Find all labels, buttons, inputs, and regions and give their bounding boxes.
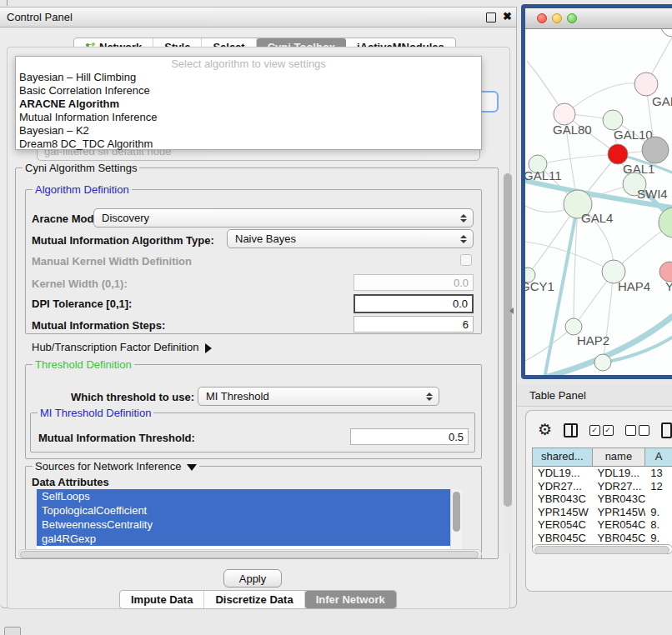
network-edge[interactable]: [603, 272, 614, 362]
table-cell: 8.: [645, 518, 672, 532]
settings-scrollbar[interactable]: [503, 172, 513, 553]
table-cell: YER054C: [533, 518, 593, 532]
network-node[interactable]: [594, 354, 611, 371]
attributes-scrollbar-thumb[interactable]: [453, 492, 460, 532]
algorithm-dropdown-popup: Select algorithm to view settings Bayesi…: [15, 56, 482, 150]
attribute-item[interactable]: BetweennessCentrality: [37, 518, 462, 532]
mi-threshold-field[interactable]: 0.5: [350, 428, 469, 445]
node-label: GAL80: [553, 122, 592, 137]
network-view-window: GALGAL80GAL10GAL1GAL11SWI4GAL4GCY1HAP4YH…: [521, 4, 672, 379]
which-threshold-combo[interactable]: MI Threshold: [198, 387, 439, 406]
table-hscrollbar[interactable]: [532, 544, 672, 554]
table-column-header[interactable]: name: [593, 448, 646, 466]
hub-section-toggle[interactable]: Hub/Transcription Factor Definition: [32, 341, 212, 353]
mi-steps-label: Mutual Information Steps:: [32, 319, 165, 332]
attributes-scrollbar[interactable]: [450, 489, 462, 553]
mi-type-combo[interactable]: Naive Bayes: [227, 229, 474, 248]
unchecked-pair-icon[interactable]: [625, 425, 649, 436]
sources-group-label: Sources for Network Inference: [35, 460, 182, 472]
attribute-item[interactable]: TopologicalCoefficient: [37, 503, 462, 518]
manual-kernel-checkbox[interactable]: [460, 254, 472, 266]
float-window-icon[interactable]: [486, 12, 496, 22]
split-columns-icon[interactable]: [564, 423, 578, 438]
table-cell: YBR043C: [593, 492, 646, 506]
tab-discretize-data[interactable]: Discretize Data: [204, 591, 304, 608]
algorithm-option[interactable]: Basic Correlation Inference: [16, 84, 481, 98]
apply-button[interactable]: Apply: [223, 569, 282, 588]
algorithm-option[interactable]: Bayesian – K2: [16, 124, 481, 138]
table-row[interactable]: YDL19...YDL19...13: [533, 467, 672, 480]
aracne-mode-combo[interactable]: Discovery: [93, 208, 474, 228]
manual-kernel-label: Manual Kernel Width Definition: [32, 255, 192, 268]
node-label: GAL11: [525, 168, 562, 182]
checked-pair-icon[interactable]: ✓✓: [589, 425, 614, 436]
node-label: HAP2: [577, 333, 609, 348]
kernel-width-label: Kernel Width (0,1):: [32, 278, 128, 290]
tab-impute-data[interactable]: Impute Data: [120, 591, 204, 608]
algorithm-option[interactable]: Mutual Information Inference: [16, 111, 481, 124]
table-row[interactable]: YBR045CYBR045C9.: [533, 532, 672, 545]
algorithm-option[interactable]: Dream8 DC_TDC Algorithm: [16, 138, 481, 151]
screenshot-root: Control Panel ✖ NetworkStyleSelectCyni T…: [0, 0, 672, 635]
attribute-item[interactable]: gal4RGexp: [37, 532, 462, 546]
settings-hscrollbar[interactable]: [18, 549, 482, 558]
network-node[interactable]: [661, 29, 672, 37]
control-panel-titlebar: Control Panel ✖: [0, 8, 516, 28]
document-icon[interactable]: [661, 422, 672, 438]
settings-scrollbar-thumb[interactable]: [504, 173, 512, 507]
collapse-down-icon: [187, 464, 197, 471]
node-label: GCY1: [525, 279, 554, 293]
algorithm-option[interactable]: Bayesian – Hill Climbing: [16, 71, 481, 84]
algorithm-option[interactable]: ARACNE Algorithm: [16, 98, 481, 111]
minimized-panel-icon[interactable]: [4, 627, 21, 635]
table-column-header[interactable]: shared...: [533, 448, 593, 466]
network-node[interactable]: [642, 137, 669, 163]
network-edge[interactable]: [564, 83, 646, 114]
table-cell: YPR145W: [593, 506, 646, 519]
network-node[interactable]: [659, 208, 672, 238]
attribute-item[interactable]: SelfLoops: [37, 489, 462, 503]
kernel-width-field[interactable]: 0.0: [354, 274, 474, 291]
table-row[interactable]: YBR043CYBR043C: [533, 492, 672, 506]
table-row[interactable]: YDR27...YDR27...12: [533, 480, 672, 493]
dpi-tolerance-field[interactable]: 0.0: [354, 294, 474, 313]
node-label: Y: [665, 279, 672, 293]
tab-label: Infer Network: [316, 593, 385, 606]
table-cell: [645, 492, 672, 506]
table-row[interactable]: YER054CYER054C8.: [533, 518, 672, 532]
network-edge[interactable]: [538, 154, 618, 164]
network-canvas[interactable]: GALGAL80GAL10GAL1GAL11SWI4GAL4GCY1HAP4YH…: [525, 29, 672, 375]
which-threshold-label: Which threshold to use:: [71, 391, 194, 403]
sources-group-title[interactable]: Sources for Network Inference: [33, 460, 199, 472]
node-label: GAL4: [581, 211, 613, 225]
zoom-traffic-light-icon[interactable]: [567, 13, 577, 23]
table-cell: YBR045C: [593, 532, 646, 545]
table-column-header[interactable]: A: [645, 448, 672, 466]
node-table[interactable]: shared...nameA YDL19...YDL19...13YDR27..…: [532, 448, 672, 549]
tab-label: Discretize Data: [215, 593, 293, 606]
table-cell: 9.: [645, 532, 672, 545]
close-traffic-light-icon[interactable]: [537, 13, 547, 23]
settings-hscrollbar-thumb[interactable]: [20, 551, 479, 558]
mi-type-label: Mutual Information Algorithm Type:: [32, 234, 214, 247]
minimize-traffic-light-icon[interactable]: [552, 13, 562, 23]
table-cell: 12: [645, 480, 672, 493]
network-node-hap2[interactable]: [565, 318, 582, 335]
stepper-icon: [424, 392, 435, 401]
close-window-icon[interactable]: ✖: [503, 10, 512, 22]
network-graph: GALGAL80GAL10GAL1GAL11SWI4GAL4GCY1HAP4YH…: [525, 29, 672, 375]
table-cell: YPR145W: [533, 506, 593, 519]
mi-type-value: Naive Bayes: [228, 232, 458, 245]
data-attributes-list[interactable]: SelfLoopsTopologicalCoefficientBetweenne…: [37, 489, 462, 553]
table-cell: YDL19...: [593, 467, 646, 480]
table-hscrollbar-thumb[interactable]: [534, 546, 669, 554]
tab-infer-network[interactable]: Infer Network: [305, 591, 396, 608]
table-row[interactable]: YPR145WYPR145W9.: [533, 506, 672, 519]
gear-icon[interactable]: ⚙: [538, 422, 552, 438]
collapse-panel-arrow[interactable]: [509, 308, 514, 314]
control-panel-window: Control Panel ✖ NetworkStyleSelectCyni T…: [0, 7, 517, 608]
stepper-icon: [458, 214, 469, 222]
network-node-gal[interactable]: [634, 72, 658, 96]
node-label: SWI4: [637, 187, 668, 201]
mi-steps-field[interactable]: 6: [354, 316, 474, 332]
